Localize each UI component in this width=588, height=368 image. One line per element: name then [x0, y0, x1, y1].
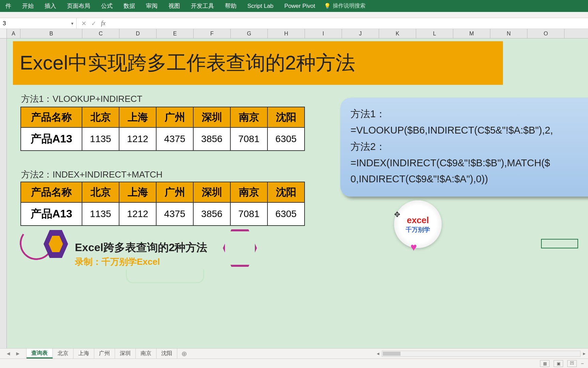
sheet-tab-beijing[interactable]: 北京	[53, 349, 74, 358]
cell-value[interactable]: 1135	[82, 202, 119, 226]
ribbon-tab-dev[interactable]: 开发工具	[185, 0, 219, 12]
ribbon-tab-review[interactable]: 审阅	[141, 0, 163, 12]
cell-value[interactable]: 4375	[156, 202, 193, 226]
sheet-nav[interactable]: ◄ ►	[0, 349, 27, 358]
scroll-left-icon[interactable]: ◄	[374, 351, 382, 356]
th-city[interactable]: 南京	[230, 107, 267, 127]
cell-value[interactable]: 6305	[267, 127, 305, 151]
sheet-tab-shanghai[interactable]: 上海	[74, 349, 94, 358]
ribbon-tab-powerpivot[interactable]: Power Pivot	[279, 0, 321, 12]
col-header-M[interactable]: M	[453, 29, 490, 38]
ribbon-tab-data[interactable]: 数据	[118, 0, 141, 12]
badge-text1: excel	[407, 215, 429, 226]
cell-product[interactable]: 产品A13	[21, 202, 82, 226]
sheet-tab-guangzhou[interactable]: 广州	[94, 349, 115, 358]
table-method2: 产品名称 北京 上海 广州 深圳 南京 沈阳 产品A13 1135 1212 4…	[20, 182, 305, 226]
name-box-value: 3	[3, 20, 6, 27]
th-city[interactable]: 南京	[230, 182, 267, 202]
scroll-right-icon[interactable]: ►	[581, 351, 588, 356]
formula-bar: 3 ▼ ✕ ✓ fx	[0, 18, 588, 29]
sheet-tab-shenzhen[interactable]: 深圳	[115, 349, 136, 358]
cell-value[interactable]: 1135	[82, 127, 119, 151]
th-city[interactable]: 北京	[82, 107, 119, 127]
cell-value[interactable]: 7081	[230, 127, 267, 151]
select-all-corner[interactable]	[0, 29, 7, 38]
ribbon-tab-help[interactable]: 帮助	[219, 0, 242, 12]
zoom-out-button[interactable]: −	[581, 361, 584, 366]
chevron-down-icon[interactable]: ▼	[70, 21, 74, 26]
cell-value[interactable]: 7081	[230, 202, 267, 226]
view-pagelayout-button[interactable]: ▣	[554, 360, 563, 367]
ribbon-tab-home[interactable]: 开始	[17, 0, 39, 12]
th-city[interactable]: 上海	[119, 107, 156, 127]
ribbon-tab-file[interactable]: 件	[0, 0, 17, 12]
col-header-F[interactable]: F	[194, 29, 231, 38]
col-header-J[interactable]: J	[342, 29, 379, 38]
ribbon-tab-insert[interactable]: 插入	[39, 0, 62, 12]
sheet-tab-query[interactable]: 查询表	[27, 349, 53, 358]
th-city[interactable]: 上海	[119, 182, 156, 202]
th-city[interactable]: 深圳	[193, 182, 230, 202]
ribbon-tab-view[interactable]: 视图	[163, 0, 185, 12]
watermark-badge: excel 千万别学 ♥	[394, 200, 448, 255]
cancel-icon[interactable]: ✕	[81, 20, 86, 27]
th-product[interactable]: 产品名称	[21, 107, 82, 127]
cell-value[interactable]: 3856	[193, 127, 230, 151]
chevron-left-icon[interactable]: ◄	[6, 351, 11, 357]
horizontal-scrollbar[interactable]: ◄ ►	[374, 349, 588, 358]
col-header-I[interactable]: I	[305, 29, 342, 38]
chevron-right-icon[interactable]: ►	[15, 351, 21, 357]
table-row: 产品名称 北京 上海 广州 深圳 南京 沈阳	[21, 107, 305, 127]
col-header-L[interactable]: L	[416, 29, 453, 38]
callout-line: 方法2：	[350, 139, 588, 155]
col-header-O[interactable]: O	[527, 29, 565, 38]
col-header-G[interactable]: G	[231, 29, 268, 38]
ribbon-tab-layout[interactable]: 页面布局	[62, 0, 96, 12]
ribbon-body	[0, 12, 588, 18]
enter-icon[interactable]: ✓	[91, 20, 96, 27]
method2-label: 方法2：INDEX+INDIRECT+MATCH	[21, 169, 163, 181]
row-headers[interactable]	[0, 39, 7, 348]
th-city[interactable]: 沈阳	[267, 107, 305, 127]
add-sheet-button[interactable]: ⊕	[177, 349, 191, 358]
ribbon-tab-scriptlab[interactable]: Script Lab	[242, 0, 279, 12]
th-city[interactable]: 北京	[82, 182, 119, 202]
th-city[interactable]: 沈阳	[267, 182, 305, 202]
fx-icon[interactable]: fx	[101, 20, 105, 27]
th-city[interactable]: 深圳	[193, 107, 230, 127]
banner-title: Excel跨多表查询的2种方法	[75, 240, 207, 255]
view-pagebreak-button[interactable]: 凹	[567, 360, 577, 367]
th-city[interactable]: 广州	[156, 182, 193, 202]
view-normal-button[interactable]: ▦	[540, 360, 550, 367]
col-header-C[interactable]: C	[82, 29, 119, 38]
table-row: 产品A13 1135 1212 4375 3856 7081 6305	[21, 127, 305, 151]
col-header-B[interactable]: B	[20, 29, 82, 38]
cell-product[interactable]: 产品A13	[21, 127, 82, 151]
callout-line: =VLOOKUP($B6,INDIRECT(C$5&"!$A:$B"),2,	[350, 122, 588, 139]
cell-value[interactable]: 3856	[193, 202, 230, 226]
col-header-E[interactable]: E	[157, 29, 194, 38]
worksheet-area[interactable]: Excel中实现跨多工作表查询的2种方法 方法1：VLOOKUP+INDIREC…	[0, 39, 588, 348]
name-box[interactable]: 3 ▼	[0, 18, 77, 29]
scrollbar-thumb[interactable]	[383, 352, 401, 356]
col-header-N[interactable]: N	[490, 29, 527, 38]
th-product[interactable]: 产品名称	[21, 182, 82, 202]
sheet-tab-shenyang[interactable]: 沈阳	[157, 349, 177, 358]
badge-circle: excel 千万别学	[394, 200, 442, 248]
col-header-K[interactable]: K	[379, 29, 416, 38]
method1-label: 方法1：VLOOKUP+INDIRECT	[21, 93, 142, 105]
col-header-D[interactable]: D	[119, 29, 157, 38]
lightbulb-icon: 💡	[324, 3, 331, 9]
cell-value[interactable]: 4375	[156, 127, 193, 151]
cell-value[interactable]: 1212	[119, 127, 156, 151]
tell-me-search[interactable]: 💡 操作说明搜索	[324, 2, 365, 10]
ribbon-tab-formula[interactable]: 公式	[96, 0, 118, 12]
formula-input[interactable]	[110, 18, 588, 29]
th-city[interactable]: 广州	[156, 107, 193, 127]
col-header-H[interactable]: H	[268, 29, 305, 38]
cell-value[interactable]: 1212	[119, 202, 156, 226]
cell-value[interactable]: 6305	[267, 202, 305, 226]
scrollbar-track[interactable]	[382, 351, 581, 357]
sheet-tab-nanjing[interactable]: 南京	[136, 349, 157, 358]
col-header-A[interactable]: A	[7, 29, 20, 38]
